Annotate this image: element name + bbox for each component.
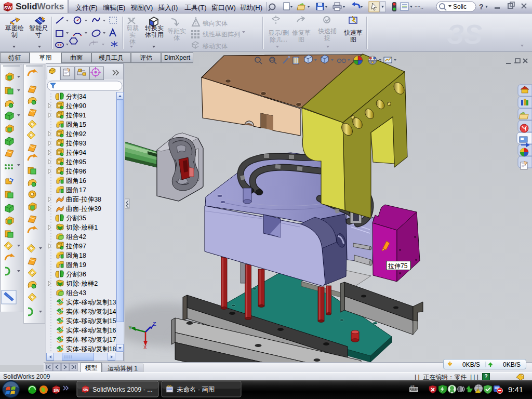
svg-text:曲面-拉伸39: 曲面-拉伸39	[66, 205, 101, 212]
svg-text:拉伸95: 拉伸95	[65, 158, 86, 166]
svg-text:未命名 - 画图: 未命名 - 画图	[177, 386, 215, 393]
svg-text:拉伸91: 拉伸91	[65, 112, 86, 119]
svg-text:X: X	[143, 344, 147, 351]
svg-text:拉伸97: 拉伸97	[65, 243, 86, 250]
svg-text:切除-放样1: 切除-放样1	[65, 224, 98, 231]
svg-text:曲面-拉伸38: 曲面-拉伸38	[66, 196, 101, 203]
svg-text:᠁..: ᠁..	[415, 4, 423, 10]
svg-text:组合42: 组合42	[66, 233, 86, 241]
svg-text:实体-移动/复制17: 实体-移动/复制17	[66, 336, 116, 343]
svg-text:0KB/S: 0KB/S	[503, 361, 521, 368]
svg-text:Solic: Solic	[453, 3, 467, 10]
svg-text:圆角17: 圆角17	[66, 187, 86, 194]
svg-text:拉伸93: 拉伸93	[65, 140, 86, 147]
svg-text:!: !	[477, 389, 478, 393]
svg-text:分割34: 分割34	[66, 93, 86, 100]
svg-text:圆角15: 圆角15	[66, 121, 86, 128]
svg-text:键盘: 键盘	[410, 385, 415, 388]
svg-text:Z: Z	[153, 321, 156, 327]
svg-text:拉伸75: 拉伸75	[388, 262, 408, 270]
svg-text:切除-放样2: 切除-放样2	[65, 280, 98, 287]
svg-text:SW: SW	[83, 388, 89, 392]
svg-text:SW: SW	[54, 389, 60, 392]
svg-text:分割36: 分割36	[66, 271, 86, 278]
svg-text:分割35: 分割35	[66, 215, 86, 222]
svg-text:0KB/S: 0KB/S	[462, 361, 480, 368]
svg-text:拉伸94: 拉伸94	[65, 149, 86, 156]
svg-text:?: ?	[479, 3, 484, 11]
svg-text:实体-移动/复制16: 实体-移动/复制16	[66, 327, 116, 334]
svg-text:实体-移动/复制14: 实体-移动/复制14	[66, 308, 116, 315]
svg-text:圆角16: 圆角16	[66, 177, 86, 184]
svg-text:SW: SW	[4, 5, 12, 10]
svg-text:圆角19: 圆角19	[66, 261, 86, 269]
svg-text:SolidWorks 2009 - ...: SolidWorks 2009 - ...	[92, 386, 153, 393]
svg-text:拉伸96: 拉伸96	[65, 168, 86, 175]
svg-text:实体-移动/复制15: 实体-移动/复制15	[66, 317, 116, 325]
svg-text:圆角18: 圆角18	[66, 252, 86, 259]
svg-text:拉伸92: 拉伸92	[65, 130, 86, 138]
svg-text:9:41: 9:41	[508, 385, 523, 394]
svg-text:实体-移动/复制18: 实体-移动/复制18	[66, 345, 116, 353]
svg-text:组合43: 组合43	[66, 289, 86, 297]
svg-text:拉伸90: 拉伸90	[65, 102, 86, 110]
svg-text:Y: Y	[128, 325, 132, 331]
svg-text:实体-移动/复制13: 实体-移动/复制13	[66, 299, 116, 306]
